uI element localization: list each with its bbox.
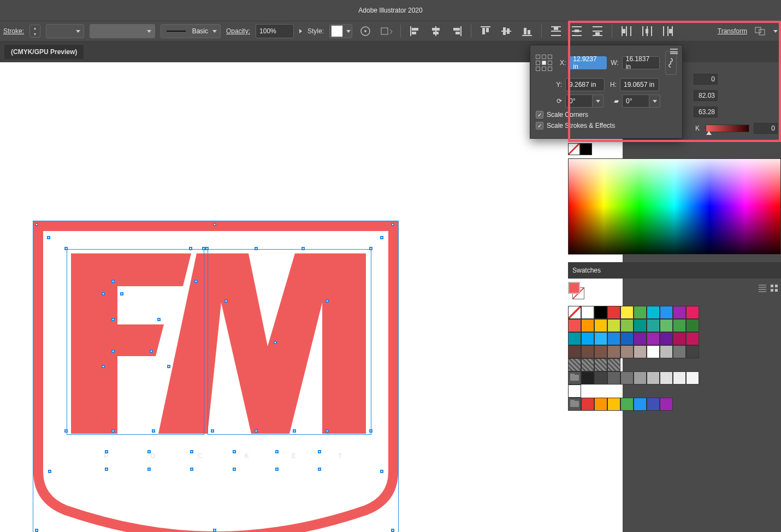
swatch[interactable]	[647, 371, 660, 385]
swatch[interactable]	[568, 332, 581, 345]
swatch[interactable]	[568, 398, 581, 411]
anchor-point[interactable]	[326, 299, 329, 303]
anchor-point[interactable]	[255, 429, 258, 433]
anchor-point[interactable]	[157, 318, 161, 321]
swatch[interactable]	[634, 345, 647, 358]
scale-corners-checkbox[interactable]: ✓	[536, 111, 543, 119]
anchor-point[interactable]	[369, 247, 372, 250]
y-value[interactable]: 63.28	[694, 107, 718, 117]
anchor-point[interactable]	[205, 247, 209, 250]
transform-link[interactable]: Transform	[718, 27, 747, 35]
anchor-point[interactable]	[35, 223, 38, 226]
anchor-point[interactable]	[105, 468, 108, 471]
swatch[interactable]	[594, 398, 607, 411]
swatch[interactable]	[647, 332, 660, 345]
anchor-point[interactable]	[380, 236, 383, 239]
swatch[interactable]	[660, 319, 673, 332]
swatch[interactable]	[568, 385, 581, 398]
brush-dropdown[interactable]: Basic	[161, 24, 221, 38]
swatch[interactable]	[594, 371, 607, 385]
swatch[interactable]	[673, 371, 686, 385]
anchor-point[interactable]	[152, 429, 155, 433]
rotate-field[interactable]: 0°	[565, 94, 603, 108]
swatch[interactable]	[620, 319, 634, 332]
swatch[interactable]	[594, 345, 607, 358]
anchor-point[interactable]	[293, 429, 296, 433]
reference-point[interactable]	[536, 55, 552, 71]
swatch[interactable]	[660, 398, 673, 411]
swatch[interactable]	[581, 398, 594, 411]
swatch[interactable]	[607, 332, 620, 345]
opacity-chevron-icon[interactable]	[299, 29, 302, 33]
swatch[interactable]	[673, 345, 686, 358]
swatch[interactable]	[647, 306, 660, 319]
swatch[interactable]	[568, 319, 581, 332]
swatch[interactable]	[568, 306, 581, 319]
align-bottom-icon[interactable]	[519, 23, 535, 39]
swatch[interactable]	[581, 306, 594, 319]
swatch[interactable]	[620, 332, 634, 345]
anchor-point[interactable]	[120, 292, 123, 295]
swatch[interactable]	[647, 319, 660, 332]
dist-bottom-icon[interactable]	[590, 23, 605, 39]
stroke-label[interactable]: Stroke:	[3, 27, 24, 35]
anchor-point[interactable]	[391, 223, 394, 226]
anchor-point[interactable]	[64, 429, 68, 433]
m-value[interactable]: 82.03	[694, 90, 718, 101]
swatch[interactable]	[581, 345, 594, 358]
anchor-point[interactable]	[111, 318, 115, 321]
x-field[interactable]: 12.9237 in	[569, 56, 607, 69]
anchor-point[interactable]	[105, 450, 108, 453]
swatch[interactable]	[594, 358, 607, 371]
swatch[interactable]	[686, 306, 699, 319]
swatch[interactable]	[594, 319, 607, 332]
align-right-icon[interactable]	[449, 23, 464, 39]
dist-hcenter-icon[interactable]	[640, 23, 655, 39]
swatch[interactable]	[568, 371, 581, 385]
anchor-point[interactable]	[102, 292, 105, 295]
isolate-icon[interactable]	[753, 23, 768, 39]
dist-vcenter-icon[interactable]	[569, 23, 584, 39]
swatch[interactable]	[634, 398, 647, 411]
swatch[interactable]	[673, 319, 686, 332]
swatch[interactable]	[647, 345, 660, 358]
align-hcenter-icon[interactable]	[428, 23, 443, 39]
recolor-icon[interactable]	[358, 23, 373, 39]
dist-top-icon[interactable]	[548, 23, 564, 39]
anchor-point[interactable]	[47, 236, 50, 239]
k-value[interactable]: 0	[754, 123, 778, 134]
anchor-point[interactable]	[318, 450, 321, 453]
swatch[interactable]	[660, 306, 673, 319]
anchor-point[interactable]	[380, 470, 383, 473]
swatch[interactable]	[620, 345, 634, 358]
panel-menu-icon[interactable]	[670, 49, 678, 54]
swatch[interactable]	[634, 306, 647, 319]
anchor-point[interactable]	[194, 280, 198, 283]
align-vcenter-icon[interactable]	[499, 23, 514, 39]
anchor-point[interactable]	[391, 529, 394, 532]
anchor-point[interactable]	[150, 350, 153, 353]
link-wh-icon[interactable]	[665, 51, 677, 75]
anchor-point[interactable]	[111, 429, 115, 433]
anchor-point[interactable]	[213, 529, 216, 532]
swatch[interactable]	[620, 398, 634, 411]
anchor-point[interactable]	[111, 280, 115, 283]
anchor-point[interactable]	[326, 429, 329, 433]
swatch[interactable]	[581, 358, 594, 371]
swatch[interactable]	[607, 319, 620, 332]
swatch[interactable]	[686, 345, 699, 358]
swatch[interactable]	[607, 345, 620, 358]
anchor-point[interactable]	[275, 450, 279, 453]
scale-strokes-checkbox[interactable]: ✓	[536, 122, 543, 129]
document-tab[interactable]: (CMYK/GPU Preview)	[4, 45, 84, 59]
swatch[interactable]	[594, 332, 607, 345]
swatch[interactable]	[660, 371, 673, 385]
anchor-point[interactable]	[190, 450, 193, 453]
stroke-weight-stepper[interactable]: ▴▾	[29, 25, 40, 38]
swatch[interactable]	[581, 319, 594, 332]
anchor-point[interactable]	[211, 429, 214, 433]
anchor-point[interactable]	[318, 468, 321, 471]
align-left-icon[interactable]	[407, 23, 423, 39]
anchor-point[interactable]	[233, 450, 236, 453]
align-top-icon[interactable]	[478, 23, 493, 39]
